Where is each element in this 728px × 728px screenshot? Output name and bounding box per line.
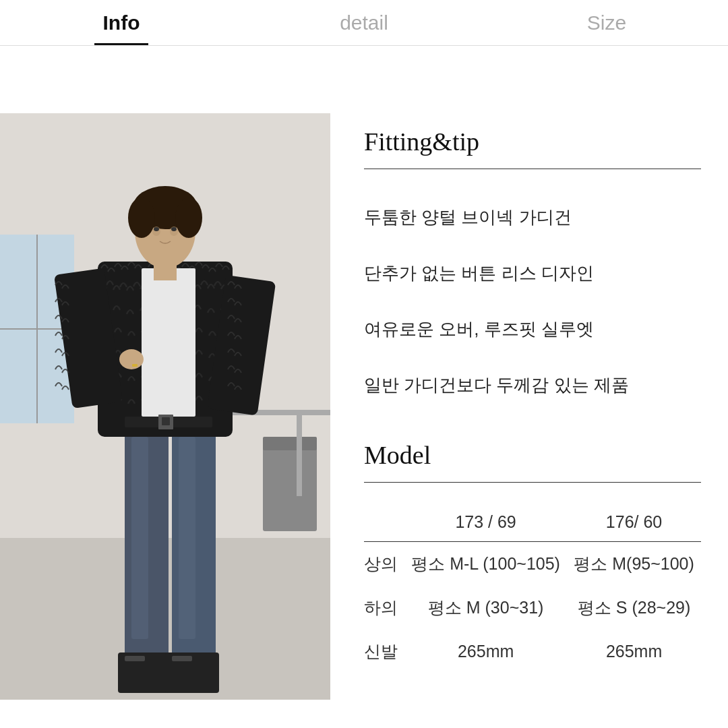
- row3-col2: 265mm: [567, 630, 701, 673]
- table-row: 하의 평소 M (30~31) 평소 S (28~29): [364, 586, 701, 630]
- fitting-list: 두툼한 양털 브이넥 가디건 단추가 없는 버튼 리스 디자인 여유로운 오버,…: [364, 189, 701, 413]
- row3-col1: 265mm: [404, 630, 567, 673]
- svg-point-31: [154, 227, 159, 231]
- svg-point-32: [171, 227, 177, 231]
- col-label-header: [364, 503, 404, 542]
- svg-rect-6: [263, 444, 317, 531]
- model-table: 173 / 69 176/ 60 상의 평소 M-L (100~105) 평소 …: [364, 503, 701, 673]
- info-panel: Fitting&tip 두툼한 양털 브이넥 가디건 단추가 없는 버튼 리스 …: [330, 113, 728, 728]
- tab-detail-label: detail: [340, 11, 388, 34]
- product-image: [0, 113, 330, 700]
- svg-rect-17: [172, 656, 192, 661]
- row1-label: 상의: [364, 542, 404, 586]
- row2-col1: 평소 M (30~31): [404, 586, 567, 630]
- svg-rect-16: [125, 656, 145, 661]
- tab-navigation: Info detail Size: [0, 0, 728, 46]
- svg-rect-33: [154, 260, 177, 280]
- fitting-item-2: 단추가 없는 버튼 리스 디자인: [364, 245, 701, 301]
- model-divider: [364, 482, 701, 483]
- fitting-divider: [364, 169, 701, 169]
- fitting-item-3: 여유로운 오버, 루즈핏 실루엣: [364, 301, 701, 357]
- model-table-header: 173 / 69 176/ 60: [364, 503, 701, 542]
- col-model1-header: 173 / 69: [404, 503, 567, 542]
- row3-label: 신발: [364, 630, 404, 673]
- row1-col2: 평소 M(95~100): [567, 542, 701, 586]
- product-photo-svg: [0, 113, 330, 700]
- svg-rect-35: [132, 364, 138, 367]
- fitting-item-4: 일반 가디건보다 두께감 있는 제품: [364, 357, 701, 413]
- tab-size-label: Size: [587, 11, 626, 34]
- svg-rect-12: [131, 437, 148, 639]
- svg-point-28: [175, 198, 202, 238]
- table-row: 신발 265mm 265mm: [364, 630, 701, 673]
- fitting-item-1: 두툼한 양털 브이넥 가디건: [364, 189, 701, 245]
- tab-info-label: Info: [103, 11, 140, 34]
- svg-point-34: [119, 349, 144, 369]
- svg-rect-21: [142, 268, 195, 417]
- table-row: 상의 평소 M-L (100~105) 평소 M(95~100): [364, 542, 701, 586]
- svg-point-27: [128, 198, 155, 238]
- model-title: Model: [364, 440, 701, 470]
- tab-size[interactable]: Size: [485, 0, 728, 45]
- fitting-section: Fitting&tip 두툼한 양털 브이넥 가디건 단추가 없는 버튼 리스 …: [364, 127, 701, 413]
- row1-col1: 평소 M-L (100~105): [404, 542, 567, 586]
- tab-info[interactable]: Info: [0, 0, 243, 45]
- main-content: Fitting&tip 두툼한 양털 브이넥 가디건 단추가 없는 버튼 리스 …: [0, 46, 728, 728]
- model-section: Model 173 / 69 176/ 60 상의 평소 M-L (100~10…: [364, 440, 701, 673]
- fitting-title: Fitting&tip: [364, 127, 701, 156]
- tab-detail[interactable]: detail: [243, 0, 485, 45]
- row2-label: 하의: [364, 586, 404, 630]
- svg-rect-7: [263, 437, 317, 450]
- svg-rect-9: [297, 415, 302, 496]
- svg-rect-13: [179, 437, 195, 639]
- col-model2-header: 176/ 60: [567, 503, 701, 542]
- row2-col2: 평소 S (28~29): [567, 586, 701, 630]
- svg-rect-24: [162, 417, 170, 425]
